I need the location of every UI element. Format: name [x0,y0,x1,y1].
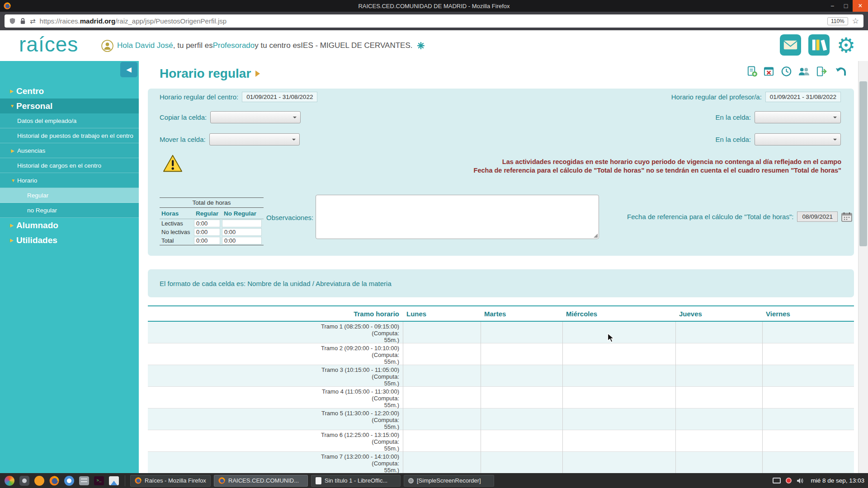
display-icon[interactable] [773,478,781,483]
sidebar-item-centro[interactable]: ▶Centro [0,84,139,99]
schedule-cell[interactable] [675,343,762,365]
schedule-cell[interactable] [762,343,854,365]
mover-celda-dropdown[interactable] [209,133,300,145]
taskbar-button-raices-ced[interactable]: RAICES.CED.COMUNID... [214,475,308,487]
taskbar-separator [125,475,125,486]
schedule-cell[interactable] [481,452,562,473]
add-schedule-icon[interactable] [746,66,758,77]
minimize-button[interactable]: − [826,0,839,12]
volume-icon[interactable] [797,478,804,484]
raices-logo[interactable]: raíces [19,32,78,56]
settings-gear-icon[interactable]: ⚙ [837,35,855,56]
sidebar-item-utilidades[interactable]: ▶Utilidades [0,233,139,248]
observaciones-wrapper [316,195,599,239]
schedule-cell[interactable] [562,430,675,452]
history-clock-icon[interactable] [781,66,792,77]
activities-icon[interactable] [4,475,15,487]
schedule-cell[interactable] [403,408,481,430]
url-text[interactable]: https://raices.madrid.org/raiz_app/jsp/P… [40,17,823,25]
schedule-cell[interactable] [562,452,675,473]
delete-calendar-icon[interactable] [764,66,775,77]
zoom-indicator[interactable]: 110% [827,17,848,25]
lock-icon[interactable] [20,18,26,24]
dismiss-icon[interactable] [417,42,425,49]
firefox-launcher-icon[interactable] [48,475,60,487]
centro-period-field[interactable]: 01/09/2021 - 31/08/2022 [242,92,317,102]
observaciones-textarea[interactable] [316,195,599,239]
schedule-cell[interactable] [762,408,854,430]
schedule-cell[interactable] [762,322,854,343]
taskbar-button-libreoffice[interactable]: Sin título 1 - LibreOffic... [311,475,401,487]
sidebar-item-datos-empleado[interactable]: Datos del empleado/a [0,113,139,128]
taskbar-clock[interactable]: mié 8 de sep, 13:03 [811,477,864,484]
schedule-cell[interactable] [403,365,481,387]
undo-icon[interactable] [833,65,847,77]
shield-icon[interactable] [9,18,16,24]
schedule-cell[interactable] [562,365,675,387]
scrollbar-thumb[interactable] [859,81,867,246]
export-icon[interactable] [816,66,827,77]
tramo-label-cell: Tramo 2 (09:20:00 - 10:10:00)(Computa:55… [148,343,403,365]
schedule-cell[interactable] [675,365,762,387]
schedule-cell[interactable] [403,452,481,473]
sidebar-item-alumnado[interactable]: ▶Alumnado [0,218,139,233]
schedule-cell[interactable] [481,343,562,365]
sidebar-item-personal[interactable]: ▼Personal [0,99,139,113]
schedule-cell[interactable] [675,322,762,343]
en-celda-dropdown-2[interactable] [755,133,841,145]
profesor-period-field[interactable]: 01/09/2021 - 31/08/2022 [765,92,841,102]
schedule-cell[interactable] [762,387,854,408]
schedule-cell[interactable] [481,430,562,452]
sidebar-item-horario[interactable]: ▼Horario [0,173,139,188]
totals-row-total: Total 0:00 0:00 [160,236,264,245]
chromium-icon[interactable] [63,475,75,487]
permissions-icon[interactable]: ⇄ [30,17,36,25]
terminal-icon[interactable] [93,475,105,487]
schedule-cell[interactable] [562,408,675,430]
screenshot-icon[interactable] [19,475,30,487]
schedule-cell[interactable] [403,322,481,343]
sidebar-collapse-button[interactable]: ◀ [120,62,137,77]
en-celda-dropdown-1[interactable] [755,111,841,123]
schedule-cell[interactable] [562,322,675,343]
calendar-picker-icon[interactable] [841,212,852,222]
record-icon[interactable] [786,478,792,483]
bookmark-star-icon[interactable]: ☆ [852,17,859,25]
groups-icon[interactable] [798,66,810,77]
library-icon[interactable] [808,34,830,56]
close-button[interactable]: × [853,0,868,12]
window-title: RAICES.CED.COMUNIDAD DE MADRID - Mozilla… [0,3,868,9]
schedule-cell[interactable] [675,452,762,473]
schedule-cell[interactable] [481,408,562,430]
schedule-cell[interactable] [562,387,675,408]
greeting-center: IES - MIGUEL DE CERVANTES. [301,41,412,50]
taskbar-button-screenrecorder[interactable]: [SimpleScreenRecorder] [404,475,494,487]
schedule-cell[interactable] [403,430,481,452]
schedule-cell[interactable] [762,452,854,473]
software-center-icon[interactable] [33,475,45,487]
schedule-cell[interactable] [403,343,481,365]
sidebar-item-horario-no-regular[interactable]: no Regular [0,203,139,218]
schedule-cell[interactable] [562,343,675,365]
sidebar-item-ausencias[interactable]: ▶Ausencias [0,143,139,158]
sidebar-item-historial-puestos[interactable]: Historial de puestos de trabajo en el ce… [0,128,139,143]
schedule-cell[interactable] [675,387,762,408]
schedule-cell[interactable] [403,387,481,408]
fecha-referencia-field[interactable]: 08/09/2021 [797,211,838,222]
page-scrollbar[interactable] [858,61,868,473]
taskbar-button-raices[interactable]: Raíces - Mozilla Firefox [130,475,211,487]
schedule-cell[interactable] [762,365,854,387]
schedule-cell[interactable] [481,387,562,408]
image-viewer-icon[interactable] [108,475,120,487]
schedule-cell[interactable] [762,430,854,452]
copiar-celda-dropdown[interactable] [210,111,301,123]
mail-icon[interactable] [780,34,801,56]
schedule-cell[interactable] [481,322,562,343]
sidebar-item-horario-regular[interactable]: Regular [0,188,139,203]
url-bar[interactable]: ⇄ https://raices.madrid.org/raiz_app/jsp… [5,14,863,28]
schedule-cell[interactable] [675,408,762,430]
files-icon[interactable] [78,475,90,487]
sidebar-item-historial-cargos[interactable]: Historial de cargos en el centro [0,158,139,173]
schedule-cell[interactable] [675,430,762,452]
maximize-button[interactable]: □ [839,0,853,12]
